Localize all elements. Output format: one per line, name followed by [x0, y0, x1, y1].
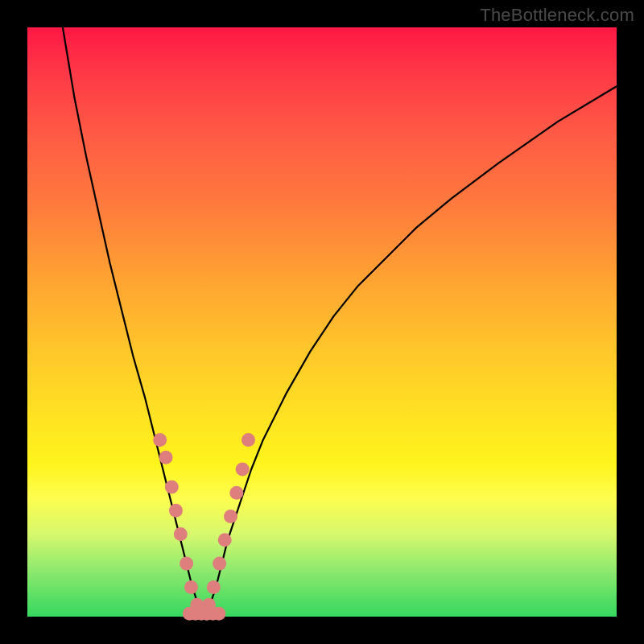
scatter-point	[229, 486, 243, 500]
scatter-point	[180, 557, 193, 571]
scatter-point	[159, 451, 173, 464]
scatter-point	[224, 510, 237, 523]
curve-path	[63, 27, 617, 617]
watermark-text: TheBottleneck.com	[480, 5, 634, 26]
scatter-point	[153, 433, 167, 447]
scatter-point	[242, 433, 255, 447]
scatter-point	[236, 463, 250, 477]
scatter-point	[212, 607, 225, 621]
scatter-point	[169, 504, 183, 518]
chart-frame: TheBottleneck.com	[0, 0, 644, 644]
scatter-point	[184, 580, 198, 594]
scatter-point	[207, 580, 221, 594]
scatter-point	[218, 533, 232, 547]
plot-area	[27, 27, 617, 617]
scatter-point	[174, 527, 188, 541]
chart-svg	[27, 27, 617, 617]
scatter-point	[213, 557, 226, 571]
scatter-point	[165, 480, 179, 493]
